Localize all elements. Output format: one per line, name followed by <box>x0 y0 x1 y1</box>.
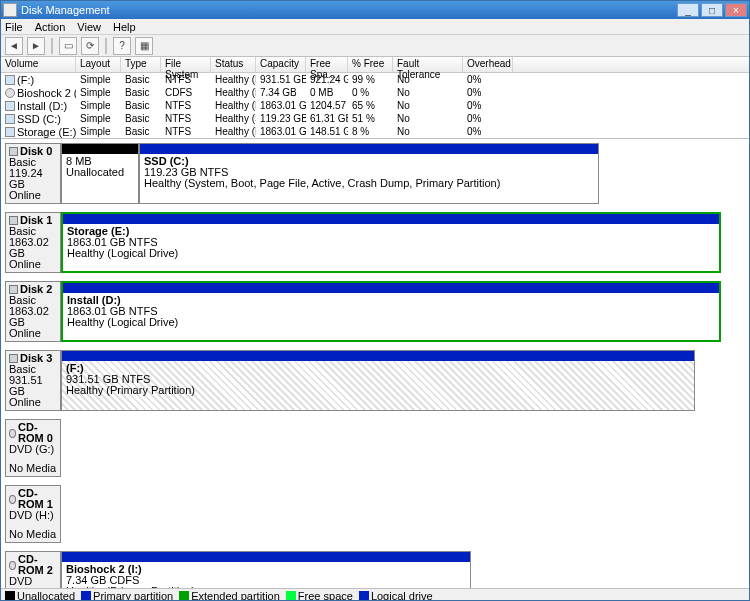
menu-file[interactable]: File <box>5 21 23 33</box>
drive-icon <box>5 114 15 124</box>
legend-item: Unallocated <box>5 590 75 602</box>
cell-status: Healthy (S... <box>211 113 256 124</box>
disc-icon <box>5 88 15 98</box>
partition[interactable]: SSD (C:)119.23 GB NTFSHealthy (System, B… <box>139 143 599 204</box>
partitions: (F:)931.51 GB NTFSHealthy (Primary Parti… <box>61 350 741 411</box>
legend-swatch <box>81 591 91 601</box>
col-pct[interactable]: % Free <box>348 57 393 72</box>
cell-free: 148.51 GB <box>306 126 348 137</box>
col-fault[interactable]: Fault Tolerance <box>393 57 463 72</box>
disk-row: CD-ROM 2DVD7.34 GBOnlineBioshock 2 (I:)7… <box>5 551 741 588</box>
menu-action[interactable]: Action <box>35 21 66 33</box>
cell-pct: 8 % <box>348 126 393 137</box>
refresh-button[interactable]: ⟳ <box>81 37 99 55</box>
legend-swatch <box>286 591 296 601</box>
partitions: 8 MBUnallocatedSSD (C:)119.23 GB NTFSHea… <box>61 143 741 204</box>
cell-layout: Simple <box>76 113 121 124</box>
col-fs[interactable]: File System <box>161 57 211 72</box>
volume-row[interactable]: Install (D:)SimpleBasicNTFSHealthy (L...… <box>1 99 749 112</box>
volume-row[interactable]: Bioshock 2 (I:)SimpleBasicCDFSHealthy (P… <box>1 86 749 99</box>
disk-info[interactable]: Disk 0Basic119.24 GBOnline <box>5 143 61 204</box>
close-button[interactable]: × <box>725 3 747 17</box>
partition-bar <box>140 144 598 154</box>
cell-fault: No <box>393 113 463 124</box>
maximize-button[interactable]: □ <box>701 3 723 17</box>
cell-over: 0% <box>463 126 513 137</box>
volume-row[interactable]: Storage (E:)SimpleBasicNTFSHealthy (L...… <box>1 125 749 138</box>
show-tree-button[interactable]: ▭ <box>59 37 77 55</box>
col-free[interactable]: Free Spa... <box>306 57 348 72</box>
partition[interactable]: Storage (E:)1863.01 GB NTFSHealthy (Logi… <box>61 212 721 273</box>
col-volume[interactable]: Volume <box>1 57 76 72</box>
disc-icon <box>9 429 16 438</box>
help-button[interactable]: ? <box>113 37 131 55</box>
cell-free: 921.24 GB <box>306 74 348 85</box>
disk-type: DVD (G:) <box>9 444 57 455</box>
volume-header: Volume Layout Type File System Status Ca… <box>1 57 749 73</box>
forward-button[interactable]: ► <box>27 37 45 55</box>
partition-status: Healthy (Logical Drive) <box>67 248 715 259</box>
legend-label: Unallocated <box>17 590 75 602</box>
partitions: Bioshock 2 (I:)7.34 GB CDFSHealthy (Prim… <box>61 551 741 588</box>
disk-row: CD-ROM 0DVD (G:)No Media <box>5 419 741 477</box>
col-status[interactable]: Status <box>211 57 256 72</box>
disk-size: 931.51 GB <box>9 375 57 397</box>
cell-layout: Simple <box>76 87 121 98</box>
disk-map[interactable]: Disk 0Basic119.24 GBOnline8 MBUnallocate… <box>1 139 749 588</box>
cell-capacity: 119.23 GB <box>256 113 306 124</box>
partitions <box>61 419 741 477</box>
minimize-button[interactable]: _ <box>677 3 699 17</box>
back-button[interactable]: ◄ <box>5 37 23 55</box>
disk-size: 1863.02 GB <box>9 237 57 259</box>
cell-fault: No <box>393 126 463 137</box>
partition[interactable]: 8 MBUnallocated <box>61 143 139 204</box>
cell-pct: 99 % <box>348 74 393 85</box>
menubar: File Action View Help <box>1 19 749 35</box>
disk-info[interactable]: CD-ROM 2DVD7.34 GBOnline <box>5 551 61 588</box>
disk-size: 1863.02 GB <box>9 306 57 328</box>
menu-view[interactable]: View <box>77 21 101 33</box>
cell-fs: NTFS <box>161 100 211 111</box>
cell-fs: CDFS <box>161 87 211 98</box>
volume-name: Storage (E:) <box>17 126 76 138</box>
legend-swatch <box>5 591 15 601</box>
cell-over: 0% <box>463 100 513 111</box>
disk-name: CD-ROM 1 <box>18 488 57 510</box>
settings-button[interactable]: ▦ <box>135 37 153 55</box>
cell-free: 61.31 GB <box>306 113 348 124</box>
cell-status: Healthy (P... <box>211 74 256 85</box>
titlebar: Disk Management _ □ × <box>1 1 749 19</box>
legend-item: Free space <box>286 590 353 602</box>
cell-fs: NTFS <box>161 113 211 124</box>
partition-title: Storage (E:) <box>67 226 715 237</box>
disk-info[interactable]: CD-ROM 0DVD (G:)No Media <box>5 419 61 477</box>
disk-info[interactable]: Disk 1Basic1863.02 GBOnline <box>5 212 61 273</box>
cell-status: Healthy (P... <box>211 87 256 98</box>
partition[interactable]: (F:)931.51 GB NTFSHealthy (Primary Parti… <box>61 350 695 411</box>
disk-icon <box>9 354 18 363</box>
partition-bar <box>62 351 694 361</box>
volume-row[interactable]: (F:)SimpleBasicNTFSHealthy (P...931.51 G… <box>1 73 749 86</box>
disk-info[interactable]: Disk 3Basic931.51 GBOnline <box>5 350 61 411</box>
volume-row[interactable]: SSD (C:)SimpleBasicNTFSHealthy (S...119.… <box>1 112 749 125</box>
partition[interactable]: Bioshock 2 (I:)7.34 GB CDFSHealthy (Prim… <box>61 551 471 588</box>
cell-type: Basic <box>121 126 161 137</box>
legend-swatch <box>179 591 189 601</box>
disk-info[interactable]: Disk 2Basic1863.02 GBOnline <box>5 281 61 342</box>
col-over[interactable]: Overhead <box>463 57 513 72</box>
disk-name: CD-ROM 2 <box>18 554 57 576</box>
disk-state: Online <box>9 190 57 201</box>
partition-title: Install (D:) <box>67 295 715 306</box>
partition[interactable]: Install (D:)1863.01 GB NTFSHealthy (Logi… <box>61 281 721 342</box>
cell-capacity: 1863.01 GB <box>256 126 306 137</box>
menu-help[interactable]: Help <box>113 21 136 33</box>
col-type[interactable]: Type <box>121 57 161 72</box>
col-layout[interactable]: Layout <box>76 57 121 72</box>
volume-name: (F:) <box>17 74 34 86</box>
col-capacity[interactable]: Capacity <box>256 57 306 72</box>
legend-item: Primary partition <box>81 590 173 602</box>
cell-pct: 65 % <box>348 100 393 111</box>
disk-info[interactable]: CD-ROM 1DVD (H:)No Media <box>5 485 61 543</box>
window-buttons: _ □ × <box>677 3 747 17</box>
cell-fault: No <box>393 74 463 85</box>
